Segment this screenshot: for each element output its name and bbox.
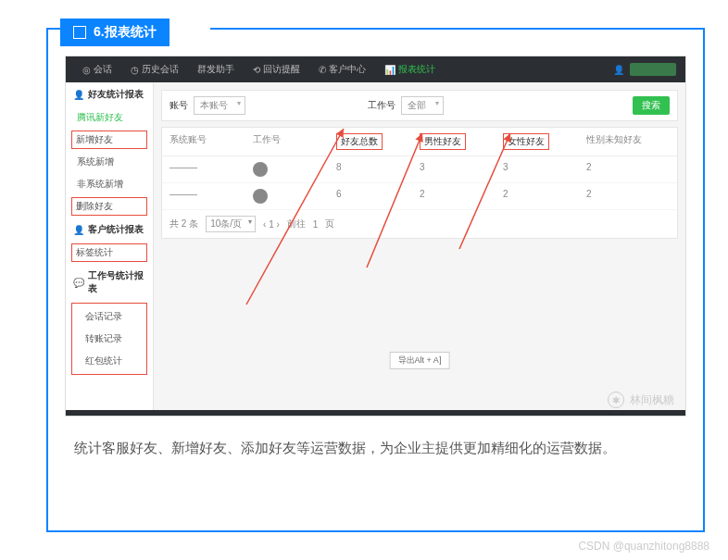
- avatar: [253, 162, 268, 177]
- section-header: 6.报表统计: [60, 19, 169, 46]
- pager-page: 1: [313, 219, 319, 230]
- th-work: 工作号: [253, 133, 336, 150]
- main-content: 账号 本账号 工作号 全部 搜索 系统账号 工作号 好友总数 男性好友 女性好友…: [154, 82, 685, 416]
- pager-unit: 页: [325, 218, 334, 230]
- app-screenshot: ◎ 会话 ◷ 历史会话 群发助手 ⟲ 回访提醒 ✆ 客户中心 📊 报表统计 👤 …: [65, 56, 686, 417]
- sidebar-item-tencent-new[interactable]: 腾讯新好友: [66, 106, 153, 129]
- table-header: 系统账号 工作号 好友总数 男性好友 女性好友 性别未知好友: [162, 128, 677, 156]
- filter-account-select[interactable]: 本账号: [194, 96, 245, 115]
- sidebar-group-work: 💬 工作号统计报表: [66, 264, 153, 301]
- search-button[interactable]: 搜索: [633, 96, 670, 115]
- nav-mass[interactable]: 群发助手: [190, 56, 242, 82]
- sidebar-item-sys-new[interactable]: 系统新增: [66, 151, 153, 173]
- sidebar-work-box: 会话记录 转账记录 红包统计: [71, 303, 147, 375]
- filter-bar: 账号 本账号 工作号 全部 搜索: [161, 90, 678, 121]
- filter-work-select[interactable]: 全部: [401, 96, 444, 115]
- sidebar-group-friends: 👤 好友统计报表: [66, 82, 153, 106]
- sidebar-item-deleted[interactable]: 删除好友: [71, 197, 147, 216]
- caption-text: 统计客服好友、新增好友、添加好友等运营数据，为企业主提供更加精细化的运营数据。: [74, 435, 677, 462]
- th-account: 系统账号: [169, 133, 253, 150]
- pager-pagesize[interactable]: 10条/页: [206, 216, 256, 232]
- pager-nav[interactable]: ‹ 1 ›: [263, 219, 280, 230]
- th-unknown: 性别未知好友: [586, 133, 670, 150]
- th-male: 男性好友: [420, 133, 503, 150]
- user-icon: 👤: [613, 65, 624, 75]
- th-total: 好友总数: [336, 133, 420, 150]
- wechat-icon: ✱: [608, 392, 624, 408]
- nav-chat[interactable]: ◎ 会话: [75, 56, 119, 82]
- bottom-bar: [66, 410, 685, 416]
- filter-account-label: 账号: [169, 99, 188, 112]
- pager-total: 共 2 条: [169, 218, 198, 230]
- export-button[interactable]: 导出Alt + A]: [390, 352, 450, 369]
- nav-reports[interactable]: 📊 报表统计: [377, 56, 443, 82]
- sidebar-group-customer: 👤 客户统计报表: [66, 218, 153, 242]
- nav-history[interactable]: ◷ 历史会话: [123, 56, 186, 82]
- table-row[interactable]: ——— 6 2 2 2: [162, 183, 677, 210]
- sidebar-item-tag-stats[interactable]: 标签统计: [71, 243, 147, 262]
- th-female: 女性好友: [503, 133, 586, 150]
- sidebar-item-nonsys-new[interactable]: 非系统新增: [66, 173, 153, 195]
- sidebar-item-redpacket[interactable]: 红包统计: [74, 350, 144, 372]
- sidebar-item-new-friends[interactable]: 新增好友: [71, 131, 147, 149]
- pagination: 共 2 条 10条/页 ‹ 1 › 前往 1 页: [162, 210, 677, 238]
- sidebar-item-chat-record[interactable]: 会话记录: [74, 305, 144, 328]
- nav-followup[interactable]: ⟲ 回访提醒: [245, 56, 308, 82]
- header-square-icon: [73, 26, 86, 39]
- section-title: 6.报表统计: [94, 24, 157, 41]
- avatar: [253, 189, 268, 204]
- csdn-watermark: CSDN @quanzhitong8888: [578, 540, 709, 553]
- watermark: ✱ 林间枫糖: [608, 392, 674, 408]
- data-table: 系统账号 工作号 好友总数 男性好友 女性好友 性别未知好友 ——— 8 3 3…: [161, 127, 678, 239]
- sidebar-item-transfer-record[interactable]: 转账记录: [74, 328, 144, 350]
- table-row[interactable]: ——— 8 3 3 2: [162, 156, 677, 183]
- top-navbar: ◎ 会话 ◷ 历史会话 群发助手 ⟲ 回访提醒 ✆ 客户中心 📊 报表统计 👤: [66, 56, 685, 82]
- user-area[interactable]: 👤: [613, 63, 676, 76]
- filter-work-label: 工作号: [368, 99, 395, 112]
- pager-goto-label: 前往: [287, 218, 306, 230]
- user-badge: [630, 63, 676, 76]
- sidebar: 👤 好友统计报表 腾讯新好友 新增好友 系统新增 非系统新增 删除好友 👤 客户…: [66, 82, 154, 416]
- nav-customer[interactable]: ✆ 客户中心: [311, 56, 373, 82]
